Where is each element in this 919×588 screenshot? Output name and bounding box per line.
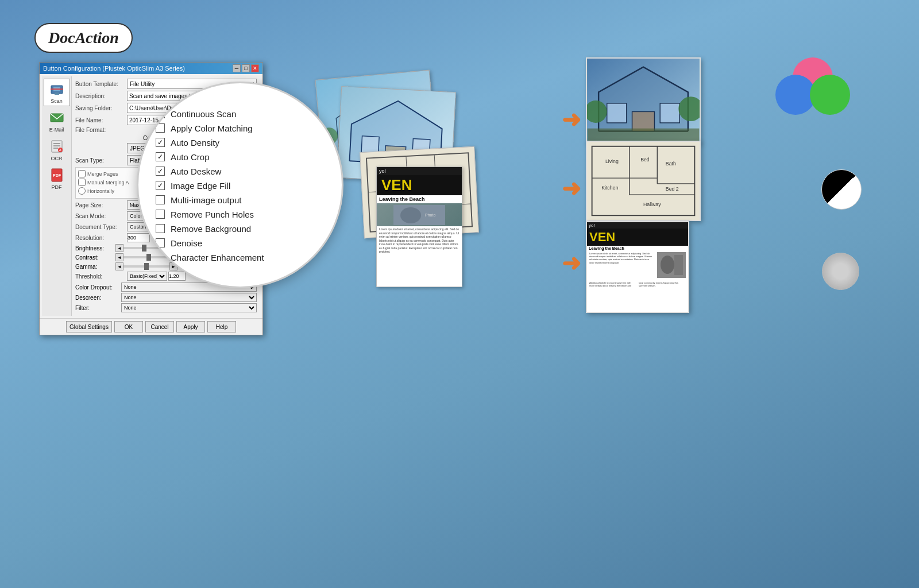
nav-label-email: E-Mail xyxy=(49,127,64,133)
character-enhancement-label: Character Enhancement xyxy=(171,253,264,262)
dialog-title: Button Configuration (Plustek OpticSlim … xyxy=(43,65,185,72)
result-house-svg xyxy=(587,59,700,142)
resolution-input[interactable] xyxy=(127,233,150,242)
help-button[interactable]: Help xyxy=(207,321,236,332)
threshold-label: Threshold: xyxy=(75,273,127,280)
svg-rect-42 xyxy=(660,103,679,123)
remove-background-checkbox[interactable] xyxy=(156,224,165,233)
continuous-scan-label: Continuous Scan xyxy=(171,109,236,119)
nav-item-scan[interactable]: Scan xyxy=(44,79,70,106)
nav-item-ocr[interactable]: A OCR xyxy=(44,136,70,164)
scan-mode-label: Scan Mode: xyxy=(75,213,127,219)
multi-image-item: Multi-image output xyxy=(156,195,330,205)
minimize-button[interactable]: ─ xyxy=(233,64,241,72)
result-ven-header: yo! xyxy=(587,222,688,229)
result-ven-photo xyxy=(657,252,686,280)
result-ven-title: VEN xyxy=(589,230,615,244)
merge-pages-label: Merge Pages xyxy=(87,171,118,177)
svg-point-61 xyxy=(661,256,674,274)
scan-icon xyxy=(49,81,65,97)
auto-deskew-item: Auto Deskew xyxy=(156,167,330,176)
svg-text:A: A xyxy=(59,148,61,152)
arrow-1: ➜ xyxy=(562,106,581,133)
bottom-buttons: Global Settings OK Cancel Apply Help xyxy=(40,318,262,335)
result-article-text: Lorem ipsum dolor sit amet, consectetur … xyxy=(589,252,655,264)
button-template-label: Button Template: xyxy=(75,81,127,87)
descreen-select[interactable]: None xyxy=(121,293,257,302)
close-button[interactable]: ✕ xyxy=(251,64,259,72)
manual-merging-checkbox[interactable] xyxy=(78,179,86,186)
scan-type-label: Scan Type: xyxy=(75,157,127,164)
filter-select[interactable]: None xyxy=(121,303,257,312)
file-name-label: File Name: xyxy=(75,117,127,123)
nav-label-scan: Scan xyxy=(51,98,63,104)
denoise-checkbox[interactable] xyxy=(156,238,165,247)
svg-rect-47 xyxy=(588,142,699,220)
result-ven-text-col: Lorem ipsum dolor sit amet, consectetur … xyxy=(589,252,655,280)
gamma-left-button[interactable]: ◄ xyxy=(115,262,123,270)
svg-text:Bed: Bed xyxy=(640,157,650,163)
continuous-scan-item: Continuous Scan xyxy=(156,109,330,119)
auto-density-item: Auto Density xyxy=(156,138,330,148)
arrow-3: ➜ xyxy=(562,250,581,276)
auto-crop-checkbox[interactable] xyxy=(156,152,165,161)
nav-label-pdf: PDF xyxy=(52,184,62,190)
cancel-button[interactable]: Cancel xyxy=(145,321,174,332)
image-edge-fill-checkbox[interactable] xyxy=(156,181,165,190)
gamma-slider[interactable] xyxy=(123,265,169,268)
description-label: Description: xyxy=(75,93,127,99)
filter-label: Filter: xyxy=(75,305,120,311)
horizontally-radio[interactable] xyxy=(78,187,86,195)
titlebar-buttons: ─ □ ✕ xyxy=(233,64,259,72)
svg-text:Photo: Photo xyxy=(425,213,435,217)
threshold-type-select[interactable]: Basic(Fixed) xyxy=(127,272,167,281)
arrow-2: ➜ xyxy=(562,175,581,202)
nav-item-pdf[interactable]: PDF PDF xyxy=(44,165,70,192)
svg-text:Bed 2: Bed 2 xyxy=(666,186,679,192)
nav-item-email[interactable]: E-Mail xyxy=(44,107,70,135)
ven-article-text: Lorem ipsum dolor sit amet, consectetur … xyxy=(377,226,462,255)
apply-color-matching-checkbox[interactable] xyxy=(156,123,165,133)
svg-rect-41 xyxy=(607,103,627,123)
result-ven-title-container: VEN xyxy=(587,229,688,246)
auto-density-label: Auto Density xyxy=(171,138,219,148)
brightness-label: Brightness: xyxy=(75,245,115,252)
threshold-value-input[interactable] xyxy=(168,272,186,281)
maximize-button[interactable]: □ xyxy=(242,64,250,72)
ven-title-prefix: yo! xyxy=(379,168,386,174)
brightness-left-button[interactable]: ◄ xyxy=(115,244,123,252)
result-ven-header-text: yo! xyxy=(589,223,595,228)
auto-crop-label: Auto Crop xyxy=(171,152,210,162)
contrast-label: Contrast: xyxy=(75,254,115,261)
color-dropout-label: Color Dropout: xyxy=(75,284,120,291)
auto-deskew-label: Auto Deskew xyxy=(171,167,221,176)
multi-image-checkbox[interactable] xyxy=(156,195,165,204)
svg-rect-62 xyxy=(674,255,683,275)
auto-density-checkbox[interactable] xyxy=(156,138,165,147)
descreen-label: Descreen: xyxy=(75,295,120,301)
merge-pages-checkbox[interactable] xyxy=(78,170,86,177)
global-settings-button[interactable]: Global Settings xyxy=(66,321,112,332)
ocr-icon: A xyxy=(49,138,65,154)
ven-photo-svg: Photo xyxy=(393,205,445,225)
ven-image: Photo xyxy=(377,203,462,226)
apply-button[interactable]: Apply xyxy=(176,321,205,332)
ven-title: VEN xyxy=(377,175,462,195)
remove-punch-holes-checkbox[interactable] xyxy=(156,210,165,219)
saving-folder-label: Saving Folder: xyxy=(75,105,127,111)
auto-deskew-checkbox[interactable] xyxy=(156,167,165,176)
horizontally-label: Horizontally xyxy=(87,188,114,194)
image-edge-fill-item: Image Edge Fill xyxy=(156,181,330,191)
file-format-label: File Format: xyxy=(75,127,127,133)
ven-subtitle: Leaving the Beach xyxy=(377,195,462,203)
svg-point-37 xyxy=(400,207,421,223)
ok-button[interactable]: OK xyxy=(114,321,143,332)
contrast-left-button[interactable]: ◄ xyxy=(115,253,123,261)
multi-image-label: Multi-image output xyxy=(171,195,241,205)
contrast-slider[interactable] xyxy=(123,256,169,258)
sidebar-nav: Scan E-Mail A OCR xyxy=(42,76,72,316)
manual-merging-label: Manual Merging A xyxy=(87,180,129,185)
circle-green xyxy=(810,75,850,115)
image-edge-fill-label: Image Edge Fill xyxy=(171,181,230,191)
svg-text:Living: Living xyxy=(605,158,619,164)
